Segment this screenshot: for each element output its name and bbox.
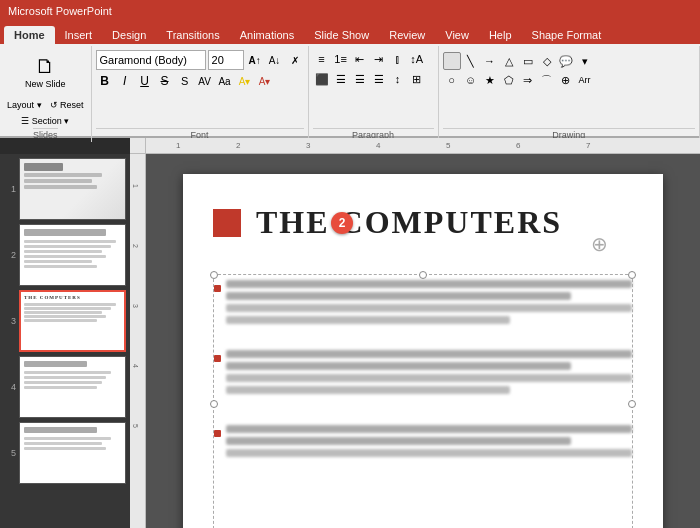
shape-star-icon[interactable]: ★ [481,71,499,89]
annotation-2: 2 [331,212,353,234]
bullet-dot-1 [214,285,221,292]
blurred-text-content-3 [226,425,632,480]
tab-shapeformat[interactable]: Shape Format [522,26,612,44]
highlight-button[interactable]: A▾ [236,72,254,90]
shape-triangle-icon[interactable]: △ [500,52,518,70]
shape-connector-icon[interactable]: ⊕ [557,71,575,89]
shadow-button[interactable]: S [176,72,194,90]
title-bar-text: Microsoft PowerPoint [8,5,112,17]
shape-line-icon[interactable]: ╲ [462,52,480,70]
char-spacing-button[interactable]: AV [196,72,214,90]
slide-canvas-area: 1 2 THE COMPUTERS [146,154,700,528]
shape-pentagon-icon[interactable]: ⬠ [500,71,518,89]
bullet-dot-3 [214,430,221,437]
blurred-text-content-2 [226,350,632,405]
group-paragraph: ≡ 1≡ ⇤ ⇥ ⫿ ↕A ⬛ ☰ ☰ ☰ ↕ ⊞ Paragraph [309,46,439,142]
tab-slideshow[interactable]: Slide Show [304,26,379,44]
smart-art-button[interactable]: ⊞ [408,70,426,88]
cursor-icon: ⊕ [591,232,608,256]
slide-text-box[interactable] [213,274,633,528]
handle-tl[interactable] [210,271,218,279]
font-size-input[interactable] [208,50,244,70]
handle-ml[interactable] [210,400,218,408]
group-slides: 🗋 New Slide Layout ▾ ↺ Reset ☰ Section ▾… [0,46,92,142]
layout-button[interactable]: Layout ▾ [4,98,45,112]
font-name-input[interactable] [96,50,206,70]
tab-animations[interactable]: Animations [230,26,304,44]
bullet-dot-2 [214,355,221,362]
numbering-button[interactable]: 1≡ [332,50,350,68]
shape-block-arrow-icon[interactable]: ⇒ [519,71,537,89]
tab-transitions[interactable]: Transitions [156,26,229,44]
slides-group-label: Slides [33,128,58,140]
reset-button[interactable]: ↺ Reset [47,98,87,112]
bold-button[interactable]: B [96,72,114,90]
content-area: 1 2 [0,154,700,528]
ribbon-main: 🗋 New Slide Layout ▾ ↺ Reset ☰ Section ▾… [0,44,700,144]
columns-button[interactable]: ⫿ [389,50,407,68]
slide-panel: 1 2 [0,154,130,528]
section-button[interactable]: ☰ Section ▾ [17,114,73,128]
tab-design[interactable]: Design [102,26,156,44]
shape-arrow-icon[interactable]: → [481,52,499,70]
text-direction-button[interactable]: ↕A [408,50,426,68]
arrange-button[interactable]: Arr [576,71,594,89]
slide-thumb-2[interactable] [19,224,126,286]
group-drawing: ╲ → △ ▭ ◇ 💬 ▾ ○ ☺ ★ ⬠ ⇒ ⌒ ⊕ Arr Drawi [439,46,700,142]
shape-callout-icon[interactable]: 💬 [557,52,575,70]
handle-tm[interactable] [419,271,427,279]
shape-rect-icon[interactable] [443,52,461,70]
bullets-button[interactable]: ≡ [313,50,331,68]
font-color-button[interactable]: A▾ [256,72,274,90]
shape-diamond-icon[interactable]: ◇ [538,52,556,70]
slide-title-text: THE COMPUTERS [256,204,562,241]
increase-indent-button[interactable]: ⇥ [370,50,388,68]
new-slide-button[interactable]: 🗋 New Slide [16,48,74,96]
blurred-text-content-1 [226,280,632,330]
horizontal-ruler: 1 2 3 4 5 6 7 [146,138,700,154]
ruler-container: 1 2 3 4 5 6 7 [130,138,700,154]
align-left-button[interactable]: ⬛ [313,70,331,88]
font-case-button[interactable]: Aa [216,72,234,90]
ribbon-area: 🗋 New Slide Layout ▾ ↺ Reset ☰ Section ▾… [0,44,700,138]
italic-button[interactable]: I [116,72,134,90]
underline-button[interactable]: U [136,72,154,90]
tab-insert[interactable]: Insert [55,26,103,44]
clear-format-button[interactable]: ✗ [286,51,304,69]
title-accent-block [213,209,241,237]
shape-rect2-icon[interactable]: ▭ [519,52,537,70]
decrease-indent-button[interactable]: ⇤ [351,50,369,68]
slide-canvas: THE COMPUTERS ⊕ [183,174,663,528]
increase-font-button[interactable]: A↑ [246,51,264,69]
shape-more-icon[interactable]: ▾ [576,52,594,70]
shape-oval-icon[interactable]: ○ [443,71,461,89]
title-bar: Microsoft PowerPoint [0,0,700,22]
new-slide-icon: 🗋 [35,55,55,78]
tab-help[interactable]: Help [479,26,522,44]
line-spacing-button[interactable]: ↕ [389,70,407,88]
handle-tr[interactable] [628,271,636,279]
slide-thumb-4[interactable] [19,356,126,418]
slide-thumb-3[interactable]: THE COMPUTERS [19,290,126,352]
shape-smiley-icon[interactable]: ☺ [462,71,480,89]
group-font: A↑ A↓ ✗ B I U S S AV Aa A▾ A▾ Font [92,46,309,142]
justify-button[interactable]: ☰ [370,70,388,88]
vertical-ruler: 1 2 3 4 5 [130,154,146,528]
strikethrough-button[interactable]: S [156,72,174,90]
slide-thumb-5[interactable] [19,422,126,484]
shape-curve-icon[interactable]: ⌒ [538,71,556,89]
align-center-button[interactable]: ☰ [332,70,350,88]
ribbon-tabs: Home Insert Design Transitions Animation… [0,22,700,44]
tab-home[interactable]: Home [4,26,55,44]
slide-thumb-1[interactable] [19,158,126,220]
tab-view[interactable]: View [435,26,479,44]
decrease-font-button[interactable]: A↓ [266,51,284,69]
tab-review[interactable]: Review [379,26,435,44]
align-right-button[interactable]: ☰ [351,70,369,88]
